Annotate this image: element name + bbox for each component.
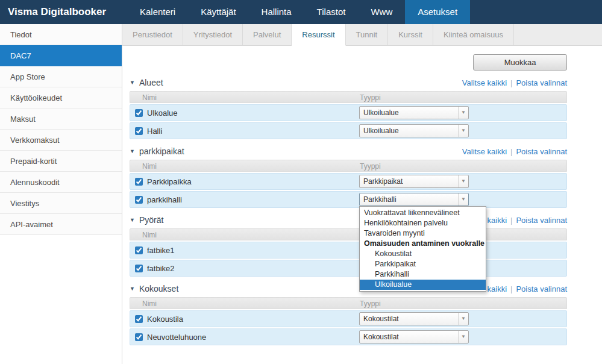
- type-select-value: Ulkoilualue: [360, 108, 399, 117]
- type-select[interactable]: Kokoustilat ▼: [359, 312, 469, 325]
- table-row: Ulkoalue Ulkoilualue ▼: [130, 104, 567, 121]
- row-checkbox[interactable]: [135, 265, 143, 272]
- tab-kurssit[interactable]: Kurssit: [388, 24, 433, 45]
- nav-item-www[interactable]: Www: [358, 0, 405, 24]
- row-name: Kokoustila: [147, 315, 183, 324]
- sidebar-item-maksut[interactable]: Maksut: [0, 108, 122, 130]
- select-all-link[interactable]: Valitse kaikki: [462, 147, 507, 156]
- column-header-name: Nimi: [130, 93, 157, 102]
- column-header-type: Tyyppi: [360, 92, 381, 104]
- dropdown-group-header: Omaisuuden antaminen vuokralle: [360, 239, 486, 249]
- clear-selection-link[interactable]: Poista valinnat: [516, 216, 567, 225]
- table-header: Nimi Tyyppi: [130, 91, 567, 103]
- type-select[interactable]: Parkkipaikat ▼: [359, 175, 469, 188]
- type-select[interactable]: Kokoustilat ▼: [359, 330, 469, 344]
- table-header: Nimi Tyyppi: [130, 228, 567, 240]
- chevron-down-icon: ▼: [458, 125, 468, 137]
- type-select-value: Ulkoilualue: [360, 127, 399, 135]
- link-separator: |: [510, 216, 512, 225]
- type-select-open[interactable]: Parkkihalli ▼: [359, 193, 469, 206]
- column-header-name: Nimi: [130, 162, 157, 171]
- table-row: Neuvotteluhuone Kokoustilat ▼: [130, 328, 567, 345]
- row-checkbox[interactable]: [135, 109, 143, 117]
- collapse-caret-icon[interactable]: ▼: [130, 80, 135, 86]
- nav-item-kalenteri[interactable]: Kalenteri: [127, 0, 188, 24]
- clear-selection-link[interactable]: Poista valinnat: [516, 78, 567, 87]
- app-brand: Visma Digitalbooker: [0, 0, 127, 24]
- table-row: parkkihalli Parkkihalli ▼ Vuokrattavat l…: [130, 191, 567, 208]
- table-row: Parkkipaikka Parkkipaikat ▼: [130, 173, 567, 190]
- tab-perustiedot[interactable]: Perustiedot: [122, 24, 183, 45]
- collapse-caret-icon[interactable]: ▼: [130, 217, 135, 223]
- dropdown-option[interactable]: Parkkihalli: [360, 269, 486, 280]
- sidebar-item-alennuskoodit[interactable]: Alennuskoodit: [0, 172, 122, 193]
- sidebar-item-prepaid-kortit[interactable]: Prepaid-kortit: [0, 151, 122, 172]
- nav-item-asetukset[interactable]: Asetukset: [405, 0, 470, 24]
- clear-selection-link[interactable]: Poista valinnat: [516, 284, 567, 293]
- table-row: fatbike2: [130, 260, 567, 277]
- type-select-value: Parkkipaikat: [360, 177, 403, 186]
- type-dropdown-menu: Vuokrattavat liikennevälineet Henkilökoh…: [359, 206, 486, 292]
- sidebar-item-kayttooikeudet[interactable]: Käyttöoikeudet: [0, 87, 122, 108]
- type-select-value: Kokoustilat: [360, 333, 399, 341]
- chevron-down-icon: ▼: [458, 193, 468, 206]
- edit-button[interactable]: Muokkaa: [473, 54, 567, 71]
- row-name: Parkkipaikka: [147, 177, 192, 186]
- table-row: Kokoustila Kokoustilat ▼: [130, 310, 567, 327]
- sidebar-item-tiedot[interactable]: Tiedot: [0, 24, 122, 45]
- nav-item-hallinta[interactable]: Hallinta: [249, 0, 304, 24]
- section-alueet: ▼ Alueet Valitse kaikki|Poista valinnat …: [130, 78, 567, 139]
- row-checkbox[interactable]: [135, 127, 143, 135]
- table-row: fatbike1: [130, 242, 567, 259]
- sidebar-item-viestitys[interactable]: Viestitys: [0, 193, 122, 214]
- tab-tunnit[interactable]: Tunnit: [346, 24, 389, 45]
- tab-kiintea-omaisuus[interactable]: Kiinteä omaisuus: [433, 24, 514, 45]
- select-all-link[interactable]: Valitse kaikki: [462, 78, 507, 87]
- section-title: Kokoukset: [139, 284, 178, 293]
- type-select[interactable]: Ulkoilualue ▼: [359, 124, 469, 137]
- sidebar-item-verkkomaksut[interactable]: Verkkomaksut: [0, 130, 122, 151]
- type-select-value: Parkkihalli: [360, 195, 397, 204]
- tab-resurssit[interactable]: Resurssit: [292, 24, 345, 46]
- section-pyorat: ▼ Pyörät Valitse kaikki|Poista valinnat …: [130, 215, 567, 277]
- row-name: parkkihalli: [147, 195, 182, 204]
- dropdown-option[interactable]: Parkkipaikat: [360, 259, 486, 269]
- link-separator: |: [510, 284, 512, 293]
- sidebar-item-dac7[interactable]: DAC7: [0, 45, 122, 66]
- tab-yritystiedot[interactable]: Yritystiedot: [183, 24, 243, 45]
- nav-item-tilastot[interactable]: Tilastot: [304, 0, 359, 24]
- section-title: Alueet: [139, 78, 163, 87]
- row-checkbox[interactable]: [135, 315, 143, 323]
- table-row: Halli Ulkoilualue ▼: [130, 122, 567, 139]
- column-header-name: Nimi: [130, 300, 157, 308]
- link-separator: |: [510, 147, 512, 156]
- dropdown-option-selected[interactable]: Ulkoilualue: [360, 280, 486, 290]
- clear-selection-link[interactable]: Poista valinnat: [516, 147, 567, 156]
- type-select[interactable]: Ulkoilualue ▼: [359, 106, 469, 119]
- type-select-value: Kokoustilat: [360, 315, 399, 323]
- collapse-caret-icon[interactable]: ▼: [130, 286, 135, 292]
- nav-item-kayttajat[interactable]: Käyttäjät: [188, 0, 248, 24]
- section-title: parkkipaikat: [139, 146, 184, 156]
- tab-palvelut[interactable]: Palvelut: [243, 24, 292, 45]
- resources-content: Muokkaa ▼ Alueet Valitse kaikki|Poista v…: [122, 46, 602, 345]
- chevron-down-icon: ▼: [458, 107, 468, 119]
- top-navbar: Visma Digitalbooker Kalenteri Käyttäjät …: [0, 0, 602, 24]
- dropdown-option[interactable]: Tavaroiden myynti: [360, 228, 486, 239]
- column-header-type: Tyyppi: [360, 160, 381, 172]
- section-parkkipaikat: ▼ parkkipaikat Valitse kaikki|Poista val…: [130, 146, 567, 208]
- sidebar-item-app-store[interactable]: App Store: [0, 66, 122, 87]
- row-checkbox[interactable]: [135, 196, 143, 204]
- row-name: Ulkoalue: [147, 108, 178, 118]
- dropdown-option[interactable]: Henkilökohtainen palvelu: [360, 218, 486, 228]
- section-title: Pyörät: [139, 215, 163, 225]
- sidebar-item-api-avaimet[interactable]: API-avaimet: [0, 214, 122, 235]
- dropdown-option[interactable]: Vuokrattavat liikennevälineet: [360, 208, 486, 218]
- collapse-caret-icon[interactable]: ▼: [130, 148, 135, 154]
- dropdown-option[interactable]: Kokoustilat: [360, 249, 486, 259]
- row-checkbox[interactable]: [135, 333, 143, 341]
- row-checkbox[interactable]: [135, 246, 143, 254]
- row-checkbox[interactable]: [135, 178, 143, 186]
- table-header: Nimi Tyyppi: [130, 160, 567, 172]
- row-name: fatbike2: [147, 264, 175, 273]
